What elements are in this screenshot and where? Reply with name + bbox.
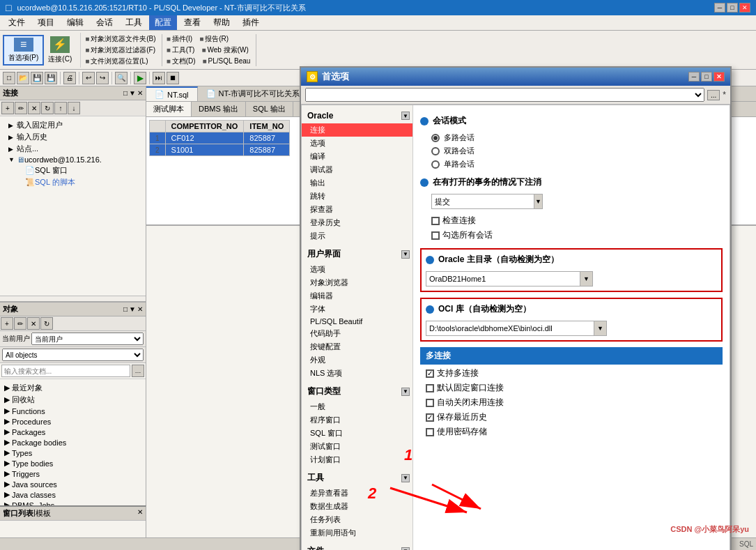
dialog-star-label: * — [723, 90, 726, 100]
oracle-item-debugger[interactable]: 调试器 — [302, 163, 412, 176]
ui-collapse-btn[interactable]: ▼ — [401, 250, 410, 259]
window-type-test[interactable]: 测试窗口 — [302, 440, 412, 453]
oracle-item-profiler[interactable]: 探查器 — [302, 203, 412, 216]
ui-item-browser[interactable]: 对象浏览器 — [302, 276, 412, 289]
ui-section-header: 用户界面 ▼ — [302, 245, 412, 263]
auto-close-option[interactable]: 自动关闭未用连接 — [426, 397, 723, 408]
oci-lib-bullet — [426, 305, 434, 314]
oracle-collapse-btn[interactable]: ▼ — [401, 112, 410, 120]
select-all-sessions-label: 勾选所有会话 — [442, 229, 493, 241]
oracle-login-history-label: 登录历史 — [310, 217, 341, 228]
tools-item-recall[interactable]: 重新间用语句 — [302, 526, 412, 540]
oracle-home-title: Oracle 主目录（自动检测为空） — [438, 254, 559, 266]
ui-item-editor[interactable]: 编辑器 — [302, 289, 412, 303]
save-history-option[interactable]: 保存最近历史 — [426, 411, 723, 423]
dialog-maximize-btn[interactable]: □ — [701, 72, 712, 82]
select-all-sessions-checkbox[interactable] — [431, 231, 440, 240]
transaction-title: 在有打开的事务的情况下注消 — [433, 176, 541, 188]
window-type-collapse-btn[interactable]: ▼ — [401, 388, 410, 396]
dialog-overlay: ⚙ 首选项 ─ □ ✕ ... * Oracle — [0, 0, 756, 550]
session-mode-title: 会话模式 — [433, 115, 466, 127]
ui-item-options[interactable]: 选项 — [302, 263, 412, 276]
preferences-dialog[interactable]: ⚙ 首选项 ─ □ ✕ ... * Oracle — [300, 66, 732, 550]
transaction-bullet — [420, 178, 429, 187]
dialog-close-btn[interactable]: ✕ — [713, 72, 725, 82]
support-multi-label: 支持多连接 — [437, 367, 479, 379]
support-multi-checkbox[interactable] — [426, 369, 434, 378]
ui-item-appearance[interactable]: 外观 — [302, 353, 412, 367]
oracle-item-output[interactable]: 输出 — [302, 176, 412, 190]
dialog-controls: ─ □ ✕ — [688, 72, 725, 82]
check-connection-checkbox[interactable] — [431, 217, 440, 225]
use-password-checkbox[interactable] — [426, 428, 434, 436]
oci-lib-dropdown-arrow[interactable]: ▼ — [594, 321, 606, 335]
select-all-sessions-option[interactable]: 勾选所有会话 — [431, 229, 723, 241]
dialog-category-select[interactable] — [305, 88, 704, 102]
file-section: 文件 ▼ 版本控制 目录 扩展名 格式 备份 HTML/XML — [302, 542, 412, 550]
tools-item-tasks[interactable]: 任务列表 — [302, 513, 412, 526]
oracle-options-label: 选项 — [310, 138, 325, 148]
window-type-label: 窗口类型 — [304, 384, 344, 399]
window-type-sql[interactable]: SQL 窗口 — [302, 427, 412, 440]
dialog-left-tree: Oracle ▼ 连接 选项 编译 调试器 — [302, 105, 413, 550]
tools-collapse-btn[interactable]: ▼ — [401, 474, 410, 482]
dual-session-label: 双路会话 — [444, 146, 475, 156]
oci-lib-section: OCI 库（自动检测为空） ▼ — [420, 298, 723, 342]
use-password-option[interactable]: 使用密码存储 — [426, 426, 723, 438]
oracle-item-connection[interactable]: 连接 — [302, 123, 412, 137]
oci-lib-dropdown[interactable]: ▼ — [426, 321, 607, 336]
ui-item-code-helper[interactable]: 代码助手 — [302, 327, 412, 340]
ui-section-label: 用户界面 — [304, 247, 344, 261]
window-type-plan[interactable]: 计划窗口 — [302, 453, 412, 466]
save-history-checkbox[interactable] — [426, 413, 434, 422]
ui-item-nls[interactable]: NLS 选项 — [302, 367, 412, 380]
oracle-home-section: Oracle 主目录（自动检测为空） ▼ — [420, 248, 723, 292]
oci-lib-input[interactable] — [426, 323, 594, 334]
oracle-hints-label: 提示 — [310, 231, 325, 241]
transaction-input[interactable] — [432, 196, 534, 207]
oracle-item-compile[interactable]: 编译 — [302, 150, 412, 163]
oracle-section-label: Oracle — [304, 109, 336, 122]
dialog-title-text: 首选项 — [322, 70, 349, 83]
ui-item-font[interactable]: 字体 — [302, 303, 412, 316]
oracle-profiler-label: 探查器 — [310, 204, 333, 215]
oracle-debugger-label: 调试器 — [310, 165, 333, 175]
multi-session-option[interactable]: 多路会话 — [431, 132, 723, 143]
multi-connect-title: 多连接 — [426, 351, 451, 360]
oci-lib-header: OCI 库（自动检测为空） — [426, 303, 717, 315]
window-type-section: 窗口类型 ▼ 一般 程序窗口 SQL 窗口 测试窗口 计划窗口 — [302, 383, 412, 466]
transaction-dropdown[interactable]: ▼ — [431, 194, 543, 209]
ui-item-key-config[interactable]: 按键配置 — [302, 340, 412, 353]
dual-session-option[interactable]: 双路会话 — [431, 146, 723, 156]
check-connection-option[interactable]: 检查连接 — [431, 215, 723, 227]
use-password-label: 使用密码存储 — [437, 426, 487, 438]
window-type-program[interactable]: 程序窗口 — [302, 413, 412, 427]
support-multi-option[interactable]: 支持多连接 — [426, 367, 723, 379]
window-type-general[interactable]: 一般 — [302, 400, 412, 413]
oracle-item-jump[interactable]: 跳转 — [302, 190, 412, 203]
single-session-option[interactable]: 单路会话 — [431, 159, 723, 169]
dual-session-radio[interactable] — [431, 147, 440, 155]
multi-session-radio[interactable] — [431, 134, 440, 142]
ui-item-beautif[interactable]: PL/SQL Beautif — [302, 316, 412, 327]
oracle-item-login-history[interactable]: 登录历史 — [302, 216, 412, 229]
oracle-home-dropdown[interactable]: ▼ — [426, 271, 593, 287]
oracle-jump-label: 跳转 — [310, 191, 325, 201]
dialog-dots-btn[interactable]: ... — [707, 90, 720, 100]
file-section-header: 文件 ▼ — [302, 542, 412, 550]
tools-item-diff[interactable]: 差异查看器 — [302, 487, 412, 500]
oracle-item-hints[interactable]: 提示 — [302, 229, 412, 243]
file-collapse-btn[interactable]: ▼ — [401, 547, 410, 551]
multi-connect-options: 支持多连接 默认固定窗口连接 自动关闭未用连接 保存最近历史 — [426, 367, 723, 438]
dialog-minimize-btn[interactable]: ─ — [688, 72, 700, 82]
check-connection-row: 检查连接 勾选所有会话 — [431, 215, 723, 241]
default-fixed-option[interactable]: 默认固定窗口连接 — [426, 382, 723, 394]
auto-close-checkbox[interactable] — [426, 399, 434, 407]
default-fixed-checkbox[interactable] — [426, 384, 434, 392]
transaction-dropdown-arrow[interactable]: ▼ — [534, 194, 542, 208]
oracle-item-options[interactable]: 选项 — [302, 137, 412, 150]
oracle-home-input[interactable] — [426, 273, 580, 284]
single-session-radio[interactable] — [431, 160, 440, 169]
oracle-home-dropdown-arrow[interactable]: ▼ — [580, 272, 592, 286]
tools-item-datagen[interactable]: 数据生成器 — [302, 500, 412, 513]
